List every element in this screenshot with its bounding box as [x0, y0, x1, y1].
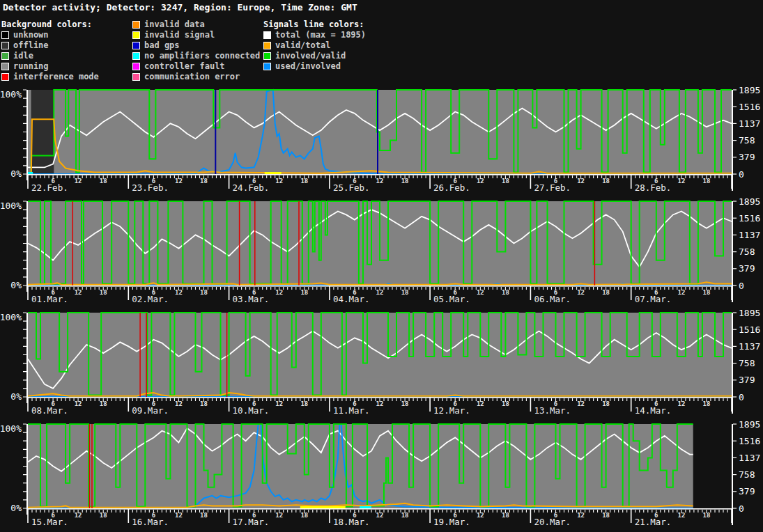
right-axis-label: 758 [739, 247, 755, 257]
date-label: 28.Feb. [635, 182, 672, 193]
hour-label: 18 [702, 512, 710, 519]
legend-item-interference-mode: interference mode [1, 72, 99, 82]
left-axis-bottom-label: 0% [10, 169, 22, 179]
legend-item-running: running [1, 61, 99, 72]
hour-label: 18 [401, 178, 409, 185]
date-label: 22.Feb. [31, 182, 68, 193]
activity-charts-canvas: 100%0%6121822.Feb.6121823.Feb.6121824.Fe… [0, 0, 763, 532]
right-axis-label: 379 [739, 486, 755, 496]
legend-label: total (max = 1895) [275, 30, 366, 40]
bottom-event-cyan [360, 506, 371, 509]
day-tick [631, 174, 632, 189]
plot-background-offline [31, 90, 54, 174]
left-axis-ticks [23, 424, 26, 508]
legend-signal-colors: Signals line colors: total (max = 1895)v… [263, 19, 366, 72]
plot-background-running [28, 313, 732, 397]
chart-row-3: 100%0%6121808.Mar.6121809.Mar.6121810.Ma… [0, 308, 760, 416]
hour-label: 12 [376, 178, 384, 185]
legend-background-colors: Background colors: unknownofflineidlerun… [1, 19, 99, 82]
legend-label: offline [13, 40, 49, 51]
hour-label: 18 [200, 289, 208, 296]
left-axis-bottom-label: 0% [10, 503, 22, 513]
invalid-data-swatch-icon [132, 21, 140, 29]
hour-label: 12 [75, 178, 82, 185]
controller-fault-swatch-icon [132, 63, 140, 70]
right-axis-label: 1137 [739, 118, 760, 129]
right-axis-label: 0 [739, 281, 744, 291]
hour-label: 12 [477, 289, 484, 296]
hour-label: 18 [702, 289, 710, 296]
date-label: 21.Mar. [635, 517, 672, 527]
interference-mode-swatch-icon [1, 73, 9, 81]
hour-label: 12 [677, 400, 685, 407]
right-axis-label: 0 [739, 392, 744, 402]
legend-item-involved-valid: involved/valid [263, 51, 366, 61]
day-tick [530, 397, 532, 412]
hour-label: 18 [100, 289, 107, 296]
day-tick [329, 508, 330, 523]
hour-label: 18 [702, 400, 710, 407]
date-label: 12.Mar. [433, 405, 470, 416]
left-axis-line [26, 201, 28, 292]
involved-valid-swatch-icon [263, 52, 271, 60]
used-involved-swatch-icon [263, 63, 271, 70]
right-axis-label: 1516 [739, 324, 760, 335]
hour-label: 12 [376, 400, 384, 407]
day-tick [128, 508, 130, 523]
chart-row-2: 100%0%6121801.Mar.6121802.Mar.6121803.Ma… [0, 196, 760, 305]
hour-label: 12 [175, 512, 183, 519]
bottom-event-yellow [265, 172, 282, 175]
date-label: 25.Feb. [333, 182, 370, 193]
left-axis-top-label: 100% [0, 423, 22, 434]
hour-label: 18 [300, 512, 308, 519]
date-label: 15.Mar. [31, 517, 68, 527]
left-axis-ticks [23, 90, 26, 174]
offline-swatch-icon [1, 42, 9, 49]
day-tick [128, 174, 130, 189]
legend-item-communication-error: communication error [132, 72, 260, 82]
day-tick [329, 174, 330, 189]
hour-label: 18 [300, 400, 308, 407]
legend-label: no amplifiers connected [144, 51, 260, 61]
left-axis-ticks [23, 313, 26, 397]
total-max-1895-swatch-icon [263, 31, 271, 39]
left-axis-top-label: 100% [0, 312, 22, 322]
date-label: 11.Mar. [333, 405, 370, 416]
left-axis-line [26, 90, 28, 180]
date-label: 27.Feb. [534, 182, 571, 193]
chart-row-1: 100%0%6121822.Feb.6121823.Feb.6121824.Fe… [0, 85, 760, 194]
legend-label: used/involved [275, 61, 341, 72]
legend-item-total-max-1895: total (max = 1895) [263, 30, 366, 40]
hour-label: 18 [702, 178, 710, 185]
hour-label: 18 [200, 178, 208, 185]
date-label: 13.Mar. [534, 405, 571, 416]
hour-label: 12 [75, 512, 82, 519]
hour-label: 18 [602, 400, 610, 407]
hour-label: 12 [577, 512, 585, 519]
plot-background-running [28, 424, 693, 508]
legend-label: invalid data [144, 19, 205, 30]
right-axis-label: 0 [739, 503, 744, 514]
right-axis-label: 1895 [739, 85, 760, 95]
legend-label: communication error [144, 72, 240, 82]
date-label: 17.Mar. [233, 517, 270, 527]
right-axis-line [732, 90, 733, 191]
day-tick [530, 174, 532, 189]
hour-label: 18 [200, 400, 208, 407]
hour-label: 18 [200, 512, 208, 519]
x-axis-line [26, 508, 733, 510]
day-tick [229, 285, 230, 300]
day-tick [329, 285, 330, 300]
right-axis-label: 1516 [739, 436, 760, 446]
legend-label: idle [13, 51, 33, 61]
legend-item-no-amplifiers-connected: no amplifiers connected [132, 51, 260, 61]
hour-label: 18 [602, 178, 610, 185]
date-label: 14.Mar. [635, 405, 672, 416]
legend-label: interference mode [13, 72, 99, 82]
right-axis-label: 1516 [739, 213, 760, 224]
day-tick [429, 174, 431, 189]
date-label: 24.Feb. [233, 182, 270, 193]
day-tick [128, 397, 130, 412]
hour-label: 18 [401, 512, 409, 519]
right-axis-label: 1137 [739, 453, 760, 463]
